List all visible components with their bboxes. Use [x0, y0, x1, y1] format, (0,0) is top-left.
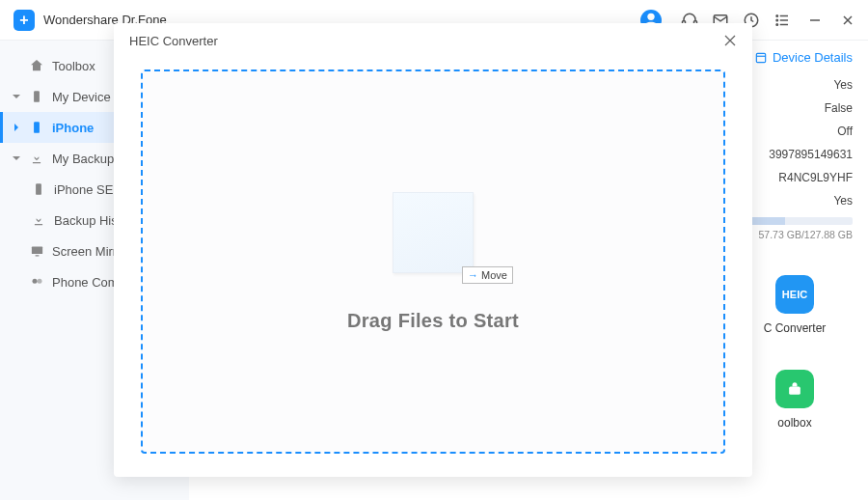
heic-converter-modal: HEIC Converter → Move Drag Files to Star… [114, 23, 752, 477]
sidebar-label: iPhone [52, 121, 94, 135]
move-label: Move [481, 269, 507, 281]
tool-toolbox[interactable]: oolbox [737, 370, 853, 430]
sidebar-label: Toolbox [52, 59, 95, 73]
device-details-link[interactable]: Device Details [754, 50, 853, 65]
phone-icon [29, 90, 44, 103]
svg-rect-17 [31, 246, 41, 254]
info-row: Off [737, 125, 853, 138]
companion-icon [29, 275, 44, 290]
tool-heic-converter[interactable]: HEIC C Converter [737, 275, 853, 335]
tool-label: oolbox [777, 416, 811, 430]
svg-point-20 [37, 278, 41, 283]
close-button[interactable] [841, 14, 854, 27]
svg-rect-16 [36, 183, 41, 195]
svg-point-9 [776, 23, 778, 25]
svg-rect-23 [789, 387, 800, 395]
app-logo: + [14, 10, 35, 31]
phone-icon [31, 182, 46, 196]
chevron-down-icon [12, 153, 21, 163]
device-info-panel: Device Details Yes False Off 39978951496… [737, 50, 853, 430]
svg-rect-15 [34, 122, 40, 133]
svg-rect-21 [756, 53, 765, 62]
svg-point-0 [647, 13, 654, 19]
storage-text: 57.73 GB/127.88 GB [737, 229, 853, 240]
modal-header: HEIC Converter [114, 23, 752, 58]
modal-close-button[interactable] [723, 34, 737, 47]
list-icon[interactable] [773, 12, 791, 29]
sidebar-label: iPhone SE [54, 182, 113, 197]
dropzone-text: Drag Files to Start [347, 310, 519, 332]
phone-icon [29, 121, 44, 134]
sidebar-label: My Backup [52, 152, 114, 166]
home-icon [29, 58, 44, 73]
monitor-icon [29, 244, 44, 259]
heic-icon: HEIC [775, 275, 814, 314]
sidebar-label: My Device [52, 90, 111, 104]
toolbox-icon [775, 370, 814, 408]
svg-point-19 [32, 278, 37, 283]
svg-rect-14 [34, 91, 40, 102]
file-dropzone[interactable]: → Move Drag Files to Start [141, 69, 725, 454]
download-icon [29, 152, 44, 165]
device-details-label: Device Details [773, 50, 853, 65]
arrow-right-icon: → [468, 269, 478, 281]
info-row: Yes [737, 78, 853, 92]
svg-rect-18 [35, 255, 39, 256]
info-row: R4NC9L9YHF [737, 171, 853, 184]
download-icon [31, 213, 46, 227]
chevron-right-icon [12, 123, 21, 132]
info-row: False [737, 101, 853, 115]
svg-point-7 [776, 19, 778, 21]
modal-title: HEIC Converter [129, 34, 218, 48]
info-row: 3997895149631 [737, 148, 853, 161]
chevron-down-icon [12, 92, 21, 101]
storage-bar [737, 217, 853, 225]
tool-label: C Converter [764, 321, 827, 335]
svg-point-5 [776, 14, 778, 16]
move-cursor-badge: → Move [462, 266, 513, 284]
file-placeholder-icon: → Move [393, 192, 474, 273]
minimize-button[interactable] [808, 14, 822, 27]
info-row: Yes [737, 194, 853, 208]
